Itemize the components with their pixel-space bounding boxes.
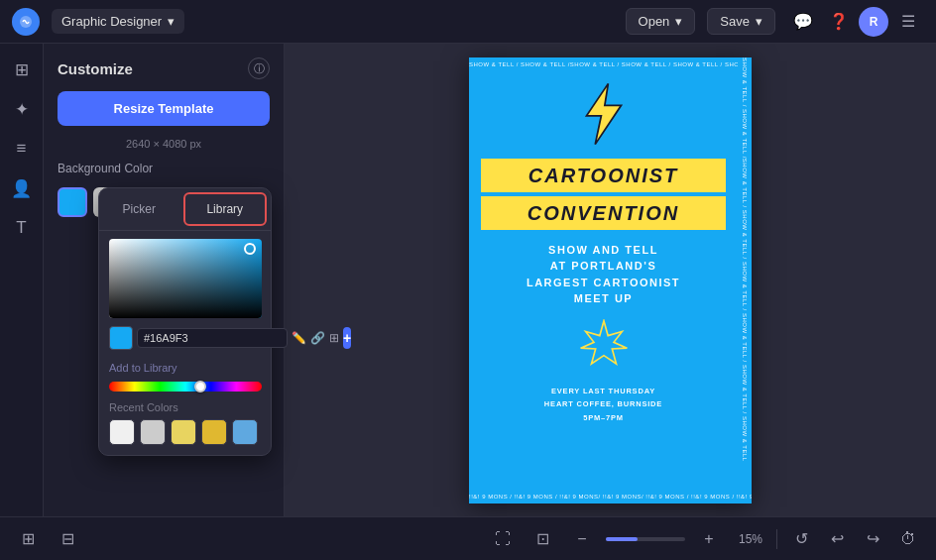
picker-tab-library-label: Library bbox=[206, 202, 243, 216]
hex-color-swatch bbox=[109, 326, 133, 350]
grid-toggle-button[interactable]: ⊟ bbox=[52, 523, 83, 555]
zoom-controls bbox=[606, 537, 685, 541]
zoom-fill bbox=[606, 537, 638, 541]
lightning-container bbox=[569, 79, 639, 153]
picker-tabs: Picker Library bbox=[99, 188, 271, 231]
topbar: Graphic Designer ▾ Open ▾ Save ▾ 💬 ❓ R ☰ bbox=[0, 0, 936, 44]
left-panel: Customize ⓘ Resize Template 2640 × 4080 … bbox=[44, 44, 285, 516]
history-button[interactable]: ⏱ bbox=[892, 523, 924, 555]
picker-tab-picker-label: Picker bbox=[123, 202, 156, 216]
event-line-1: EVERY LAST THURSDAY bbox=[551, 387, 655, 395]
redo-button[interactable]: ↪ bbox=[857, 523, 888, 555]
bg-color-label: Background Color bbox=[58, 162, 270, 175]
recent-swatch-0[interactable] bbox=[109, 419, 135, 445]
recent-swatches bbox=[99, 419, 271, 445]
svg-marker-2 bbox=[580, 320, 627, 363]
color-gradient[interactable] bbox=[109, 239, 262, 318]
sidebar-people-button[interactable]: 👤 bbox=[4, 170, 40, 206]
main-area: ⊞ ✦ ≡ 👤 T Customize ⓘ Resize Template 26… bbox=[0, 44, 936, 516]
resize-dimensions: 2640 × 4080 px bbox=[58, 138, 270, 150]
chevron-down-icon: ▾ bbox=[168, 14, 175, 29]
ticker-tape-top: SHOW & TELL / SHOW & TELL /SHOW & TELL /… bbox=[469, 57, 752, 71]
resize-template-button[interactable]: Resize Template bbox=[58, 91, 270, 126]
hex-add-button[interactable]: + bbox=[343, 327, 351, 349]
bottombar: ⊞ ⊟ ⛶ ⊡ − + 15% ↺ ↩ ↪ ⏱ bbox=[0, 516, 936, 560]
menu-icon-button[interactable]: ☰ bbox=[892, 6, 924, 38]
resize-label: Resize Template bbox=[114, 101, 214, 116]
title-box-1: CARTOONIST bbox=[481, 159, 726, 192]
recent-colors-label: Recent Colors bbox=[99, 401, 271, 413]
recent-swatch-4[interactable] bbox=[232, 419, 258, 445]
starburst-icon bbox=[579, 319, 629, 369]
event-line-2: HEART COFFEE, BURNSIDE bbox=[544, 399, 662, 408]
app-name-label: Graphic Designer bbox=[61, 14, 162, 29]
open-button[interactable]: Open ▾ bbox=[626, 8, 696, 35]
fit-to-screen-button[interactable]: ⛶ bbox=[487, 523, 519, 555]
picker-tab-library[interactable]: Library bbox=[183, 192, 268, 226]
divider bbox=[776, 529, 777, 549]
hex-input[interactable] bbox=[137, 328, 288, 348]
layers-toggle-button[interactable]: ⊞ bbox=[12, 523, 44, 555]
panel-header: Customize ⓘ bbox=[58, 57, 270, 79]
event-details: EVERY LAST THURSDAY HEART COFFEE, BURNSI… bbox=[544, 385, 662, 425]
ticker-text-top: SHOW & TELL / SHOW & TELL /SHOW & TELL /… bbox=[469, 61, 752, 67]
avatar-initials: R bbox=[870, 15, 878, 29]
color-picker-popup: Picker Library ✏️ 🔗 ⊞ + Add to Library bbox=[98, 187, 272, 456]
recent-swatch-1[interactable] bbox=[140, 419, 166, 445]
app-name-button[interactable]: Graphic Designer ▾ bbox=[52, 9, 184, 34]
logo-icon bbox=[12, 8, 40, 36]
sidebar-text-button[interactable]: T bbox=[4, 210, 40, 246]
recent-swatch-3[interactable] bbox=[201, 419, 227, 445]
hue-slider[interactable] bbox=[109, 382, 262, 392]
hex-row: ✏️ 🔗 ⊞ + bbox=[99, 326, 271, 350]
eyedropper-icon-button[interactable]: ✏️ bbox=[292, 327, 306, 349]
zoom-in-button[interactable]: + bbox=[693, 523, 725, 555]
canvas-area[interactable]: SHOW & TELL / SHOW & TELL /SHOW & TELL /… bbox=[285, 44, 936, 516]
lightning-icon bbox=[569, 79, 639, 149]
chevron-down-icon: ▾ bbox=[675, 14, 682, 29]
gradient-cursor bbox=[244, 243, 256, 255]
poster: SHOW & TELL / SHOW & TELL /SHOW & TELL /… bbox=[469, 57, 752, 504]
chat-icon-button[interactable]: 💬 bbox=[787, 6, 819, 38]
ticker-text-bottom: !!&! 9 MONS / !!&! 9 MONS / !!&! 9 MONS/… bbox=[469, 494, 752, 500]
ticker-tape-bottom: !!&! 9 MONS / !!&! 9 MONS / !!&! 9 MONS/… bbox=[469, 490, 752, 504]
bg-swatch-blue[interactable] bbox=[58, 187, 87, 217]
add-to-library-label: Add to Library bbox=[109, 362, 176, 374]
poster-title-2: CONVENTION bbox=[497, 202, 710, 224]
panel-title: Customize bbox=[58, 60, 133, 77]
avatar[interactable]: R bbox=[859, 7, 888, 37]
open-label: Open bbox=[639, 14, 670, 29]
event-line-3: 5PM–7PM bbox=[583, 413, 624, 422]
recent-swatch-2[interactable] bbox=[171, 419, 196, 445]
save-label: Save bbox=[720, 14, 750, 29]
zoom-level: 15% bbox=[733, 532, 768, 546]
star-burst bbox=[579, 319, 629, 373]
ticker-tape-right: SHOW & TELL / SHOW & TELL /SHOW & TELL /… bbox=[738, 57, 752, 504]
chevron-down-icon: ▾ bbox=[756, 14, 762, 29]
refresh-button[interactable]: ↺ bbox=[785, 523, 817, 555]
crop-button[interactable]: ⊡ bbox=[526, 523, 558, 555]
undo-button[interactable]: ↩ bbox=[821, 523, 853, 555]
save-button[interactable]: Save ▾ bbox=[707, 8, 775, 35]
grid-icon-button[interactable]: ⊞ bbox=[329, 327, 339, 349]
link-icon-button[interactable]: 🔗 bbox=[310, 327, 325, 349]
sidebar-home-button[interactable]: ⊞ bbox=[4, 52, 40, 87]
poster-subtitle: SHOW AND TELLAT PORTLAND'SLARGEST CARTOO… bbox=[526, 242, 680, 307]
topbar-icons: 💬 ❓ R ☰ bbox=[787, 6, 924, 38]
poster-title-1: CARTOONIST bbox=[497, 165, 710, 186]
add-to-library-button[interactable]: Add to Library bbox=[99, 362, 186, 374]
help-icon-button[interactable]: ❓ bbox=[823, 6, 855, 38]
title-box-2: CONVENTION bbox=[481, 196, 726, 230]
svg-marker-1 bbox=[586, 83, 621, 144]
sidebar-icons: ⊞ ✦ ≡ 👤 T bbox=[0, 44, 44, 516]
zoom-slider[interactable] bbox=[606, 537, 685, 541]
sidebar-layers-button[interactable]: ≡ bbox=[4, 131, 40, 167]
history-buttons: ↺ ↩ ↪ ⏱ bbox=[785, 523, 924, 555]
sidebar-elements-button[interactable]: ✦ bbox=[4, 91, 40, 127]
info-button[interactable]: ⓘ bbox=[248, 57, 270, 79]
ticker-text-right: SHOW & TELL / SHOW & TELL /SHOW & TELL /… bbox=[742, 57, 748, 462]
picker-tab-picker[interactable]: Picker bbox=[99, 188, 179, 230]
hue-thumb bbox=[194, 381, 206, 392]
zoom-out-button[interactable]: − bbox=[566, 523, 598, 555]
poster-inner: CARTOONIST CONVENTION SHOW AND TELLAT PO… bbox=[469, 71, 738, 490]
